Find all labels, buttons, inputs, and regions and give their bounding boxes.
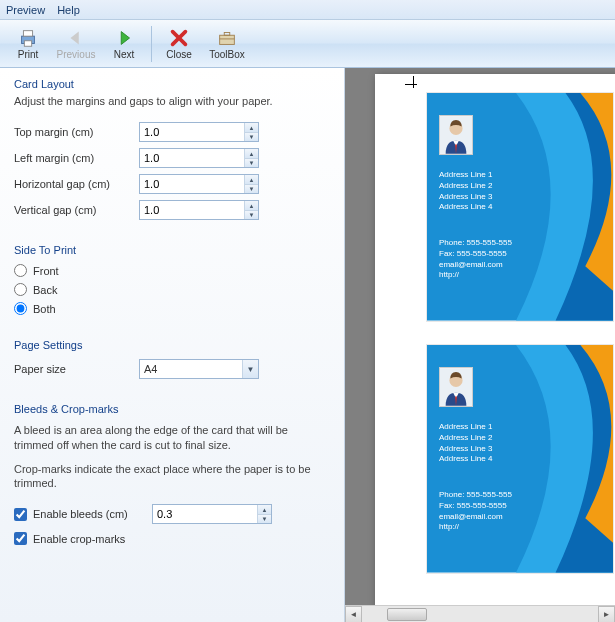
paper-size-select[interactable]: A4 ▼ [139,359,259,379]
svg-rect-1 [23,31,32,37]
enable-bleeds-checkbox[interactable] [14,508,27,521]
card-layout-desc: Adjust the margins and gaps to align wit… [14,94,330,108]
menu-bar: Preview Help [0,0,615,20]
card-preview: Address Line 1 Address Line 2 Address Li… [426,344,614,574]
horizontal-scrollbar[interactable]: ◄ ► [345,605,615,622]
left-margin-label: Left margin (cm) [14,152,139,164]
spin-up-icon[interactable]: ▲ [245,149,258,159]
spin-down-icon[interactable]: ▼ [258,515,271,524]
enable-cropmarks-label: Enable crop-marks [33,533,125,545]
radio-front[interactable] [14,264,27,277]
vgap-label: Vertical gap (cm) [14,204,139,216]
spin-down-icon[interactable]: ▼ [245,133,258,142]
hgap-spinner[interactable]: ▲▼ [139,174,259,194]
toolbox-label: ToolBox [209,49,245,60]
toolbox-icon [216,27,238,49]
card-address-block: Address Line 1 Address Line 2 Address Li… [439,422,492,465]
hgap-label: Horizontal gap (cm) [14,178,139,190]
left-margin-input[interactable] [140,149,244,167]
card-address-block: Address Line 1 Address Line 2 Address Li… [439,170,492,213]
bleeds-desc2: Crop-marks indicate the exact place wher… [14,462,314,491]
card-contact-block: Phone: 555-555-555 Fax: 555-555-5555 ema… [439,490,512,533]
svg-rect-3 [220,35,235,44]
spin-up-icon[interactable]: ▲ [245,201,258,211]
enable-bleeds-label: Enable bleeds (cm) [33,508,146,520]
svg-rect-4 [224,33,230,36]
menu-preview[interactable]: Preview [6,4,45,16]
spin-up-icon[interactable]: ▲ [245,123,258,133]
vgap-spinner[interactable]: ▲▼ [139,200,259,220]
hgap-input[interactable] [140,175,244,193]
print-button[interactable]: Print [4,23,52,65]
bleed-spinner[interactable]: ▲▼ [152,504,272,524]
svg-rect-2 [24,41,31,47]
bleeds-desc1: A bleed is an area along the edge of the… [14,423,314,452]
page-settings-title: Page Settings [14,339,330,351]
settings-panel: Card Layout Adjust the margins and gaps … [0,68,345,622]
spin-up-icon[interactable]: ▲ [258,505,271,515]
preview-page: Address Line 1 Address Line 2 Address Li… [375,74,615,622]
preview-area: Address Line 1 Address Line 2 Address Li… [345,68,615,622]
top-margin-spinner[interactable]: ▲▼ [139,122,259,142]
toolbar: Print Previous Next Close ToolBox [0,20,615,68]
bleeds-title: Bleeds & Crop-marks [14,403,330,415]
side-title: Side To Print [14,244,330,256]
radio-front-label: Front [33,265,59,277]
bleed-input[interactable] [153,505,257,523]
avatar [439,367,473,407]
close-icon [168,27,190,49]
printer-icon [17,27,39,49]
top-margin-input[interactable] [140,123,244,141]
scrollbar-track[interactable] [362,606,598,623]
close-label: Close [166,49,192,60]
radio-back-label: Back [33,284,57,296]
spin-down-icon[interactable]: ▼ [245,211,258,220]
vgap-input[interactable] [140,201,244,219]
radio-both[interactable] [14,302,27,315]
arrow-right-icon [113,27,135,49]
print-label: Print [18,49,39,60]
close-button[interactable]: Close [155,23,203,65]
card-preview: Address Line 1 Address Line 2 Address Li… [426,92,614,322]
previous-button: Previous [52,23,100,65]
toolbox-button[interactable]: ToolBox [203,23,251,65]
card-contact-block: Phone: 555-555-555 Fax: 555-555-5555 ema… [439,238,512,281]
scroll-right-icon[interactable]: ► [598,606,615,623]
arrow-left-icon [65,27,87,49]
avatar [439,115,473,155]
spin-down-icon[interactable]: ▼ [245,159,258,168]
next-label: Next [114,49,135,60]
menu-help[interactable]: Help [57,4,80,16]
enable-cropmarks-checkbox[interactable] [14,532,27,545]
toolbar-separator [151,26,152,62]
radio-both-label: Both [33,303,56,315]
next-button[interactable]: Next [100,23,148,65]
spin-down-icon[interactable]: ▼ [245,185,258,194]
scrollbar-thumb[interactable] [387,608,427,621]
previous-label: Previous [57,49,96,60]
card-layout-title: Card Layout [14,78,330,90]
paper-size-label: Paper size [14,363,139,375]
radio-back[interactable] [14,283,27,296]
left-margin-spinner[interactable]: ▲▼ [139,148,259,168]
spin-up-icon[interactable]: ▲ [245,175,258,185]
paper-size-value: A4 [140,363,242,375]
top-margin-label: Top margin (cm) [14,126,139,138]
scroll-left-icon[interactable]: ◄ [345,606,362,623]
chevron-down-icon[interactable]: ▼ [242,360,258,378]
